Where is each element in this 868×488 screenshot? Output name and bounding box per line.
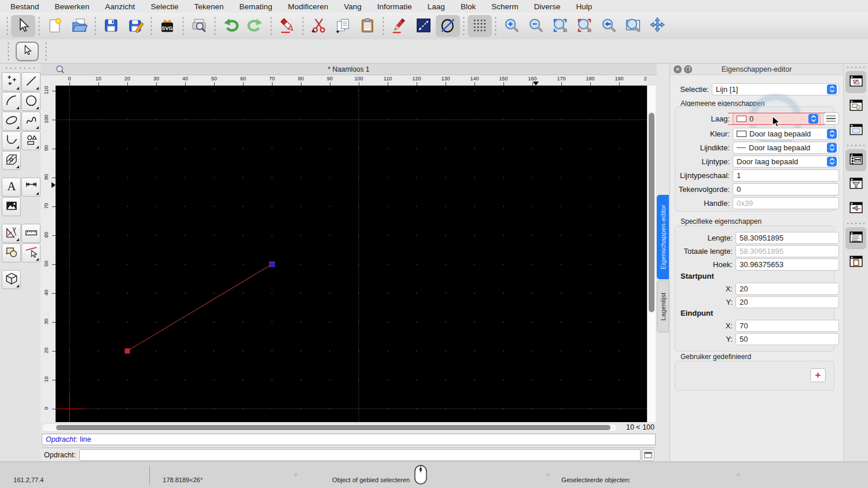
length-input[interactable]: 58.30951895 bbox=[735, 232, 839, 244]
text-tool-button[interactable]: A bbox=[2, 178, 21, 197]
menu-bewerken[interactable]: Bewerken bbox=[55, 2, 90, 11]
arc-tool-button[interactable] bbox=[2, 92, 21, 111]
line-tool-button[interactable] bbox=[21, 72, 41, 91]
announce-window-toggle-button[interactable] bbox=[845, 198, 866, 220]
toolbar-drag-handle[interactable] bbox=[44, 42, 48, 61]
zoom-auto-button[interactable] bbox=[548, 15, 572, 37]
menu-bestand[interactable]: Bestand bbox=[10, 2, 39, 11]
zoom-out-button[interactable] bbox=[524, 15, 548, 37]
solid-tool-button[interactable] bbox=[2, 270, 21, 289]
drawing-canvas[interactable] bbox=[56, 86, 647, 422]
zoom-previous-button[interactable] bbox=[597, 15, 621, 37]
palette-drag-handle[interactable] bbox=[5, 66, 36, 70]
delete-eraser-button[interactable] bbox=[275, 15, 299, 37]
end-y-input[interactable]: 50 bbox=[735, 333, 839, 345]
start-x-input[interactable]: 20 bbox=[735, 283, 839, 295]
linetype-scale-input[interactable]: 1 bbox=[733, 169, 839, 182]
ellipse-tool-button[interactable] bbox=[2, 112, 21, 131]
clipboard-window-toggle-button[interactable] bbox=[845, 252, 866, 273]
command-window-toggle-button[interactable] bbox=[845, 227, 866, 249]
blocks-window-toggle-button[interactable] bbox=[845, 95, 866, 117]
shapes-tool-button[interactable] bbox=[21, 131, 41, 150]
misc-draw-tool-button[interactable] bbox=[2, 224, 21, 243]
zoom-selection-button[interactable] bbox=[572, 15, 597, 37]
print-preview-button[interactable] bbox=[187, 15, 211, 37]
line-end-grip[interactable] bbox=[269, 261, 275, 267]
image-tool-button[interactable] bbox=[2, 197, 21, 216]
menu-hulp[interactable]: Hulp bbox=[576, 2, 592, 11]
angle-input[interactable]: 30.96375653 bbox=[735, 258, 839, 271]
library-window-toggle-button[interactable] bbox=[845, 120, 866, 142]
menu-diverse[interactable]: Diverse bbox=[534, 2, 561, 11]
tab-lagenlijst[interactable]: Lagenlijst bbox=[657, 280, 669, 332]
toolbar-separator bbox=[381, 16, 385, 36]
selection-dropdown[interactable]: Lijn [1] bbox=[712, 83, 839, 95]
pan-button[interactable] bbox=[645, 15, 670, 37]
horizontal-scrollbar[interactable] bbox=[42, 423, 617, 432]
modify-tool-button[interactable] bbox=[21, 243, 41, 263]
menu-informatie[interactable]: Informatie bbox=[377, 2, 412, 11]
menu-tekenen[interactable]: Tekenen bbox=[194, 2, 223, 11]
linetype-dropdown[interactable]: Door laag bepaald bbox=[733, 156, 839, 168]
paste-button[interactable] bbox=[355, 15, 380, 37]
new-file-button[interactable] bbox=[43, 15, 67, 37]
color-dropdown[interactable]: Door laag bepaald bbox=[733, 128, 839, 140]
menu-vang[interactable]: Vang bbox=[344, 2, 362, 11]
properties-window-toggle-button[interactable] bbox=[845, 149, 866, 171]
dock-drag-handle[interactable] bbox=[847, 66, 865, 69]
start-x-label: X: bbox=[675, 284, 735, 293]
command-options-button[interactable] bbox=[642, 449, 654, 461]
circle-tool-button[interactable] bbox=[21, 92, 41, 111]
menu-scherm[interactable]: Scherm bbox=[491, 2, 518, 11]
menu-laag[interactable]: Laag bbox=[428, 2, 445, 11]
measure-tool-button[interactable] bbox=[21, 224, 41, 243]
vertical-scrollbar-thumb[interactable] bbox=[649, 113, 654, 312]
redo-button[interactable] bbox=[243, 15, 267, 37]
drawing-window-toggle-button[interactable] bbox=[845, 71, 866, 93]
selection-button[interactable] bbox=[11, 15, 35, 37]
filter-window-toggle-button[interactable] bbox=[845, 173, 866, 195]
copy-button[interactable] bbox=[331, 15, 355, 37]
layer-dropdown[interactable]: 0 bbox=[733, 113, 821, 125]
spline-tool-button[interactable] bbox=[21, 112, 41, 131]
lineweight-dropdown[interactable]: Door laag bepaald bbox=[733, 142, 839, 154]
circle-line-tool-button[interactable] bbox=[436, 15, 460, 37]
zoom-in-button[interactable] bbox=[499, 15, 524, 37]
menu-blok[interactable]: Blok bbox=[461, 2, 476, 11]
layer-menu-button[interactable] bbox=[823, 112, 839, 125]
selected-line-entity[interactable] bbox=[127, 264, 272, 351]
menu-modificeren[interactable]: Modificeren bbox=[288, 2, 329, 11]
command-input[interactable] bbox=[79, 449, 641, 461]
points-tool-button[interactable] bbox=[2, 72, 21, 91]
menu-aanzicht[interactable]: Aanzicht bbox=[105, 2, 135, 11]
grid-toggle-button[interactable] bbox=[468, 15, 492, 37]
vertical-scrollbar[interactable] bbox=[647, 86, 656, 422]
menu-selectie[interactable]: Selectie bbox=[150, 2, 178, 11]
start-y-input[interactable]: 20 bbox=[735, 296, 839, 308]
zoom-window-button[interactable] bbox=[621, 15, 645, 37]
draw-order-input[interactable]: 0 bbox=[733, 183, 839, 195]
menu-bemating[interactable]: Bemating bbox=[239, 2, 272, 11]
toolbar-separator bbox=[301, 16, 305, 36]
tab-eigenschappen-editor[interactable]: Eigenschappen-editor bbox=[657, 195, 669, 279]
hatch-tool-button[interactable] bbox=[2, 151, 21, 170]
zoom-range-indicator: 10 < 100 bbox=[626, 423, 654, 431]
save-icon bbox=[102, 17, 120, 36]
selection-tool-button[interactable] bbox=[16, 42, 39, 61]
open-file-button[interactable] bbox=[67, 15, 91, 37]
undo-button[interactable] bbox=[219, 15, 243, 37]
svg-export-button[interactable]: SVG bbox=[155, 15, 179, 37]
add-property-button[interactable]: + bbox=[810, 368, 826, 382]
cut-button[interactable] bbox=[307, 15, 331, 37]
block-tool-button[interactable] bbox=[2, 243, 21, 263]
line-tool-button[interactable] bbox=[411, 15, 436, 37]
save-as-button[interactable] bbox=[123, 15, 148, 37]
line-start-grip[interactable] bbox=[125, 349, 130, 354]
save-button[interactable] bbox=[99, 15, 123, 37]
draw-pencil-button[interactable] bbox=[387, 15, 411, 37]
end-x-input[interactable]: 70 bbox=[735, 320, 839, 332]
horizontal-scrollbar-thumb[interactable] bbox=[56, 425, 610, 430]
toolbar-drag-handle[interactable] bbox=[6, 42, 10, 61]
dimension-tool-button[interactable] bbox=[21, 178, 41, 197]
polyline-tool-button[interactable] bbox=[2, 131, 21, 150]
